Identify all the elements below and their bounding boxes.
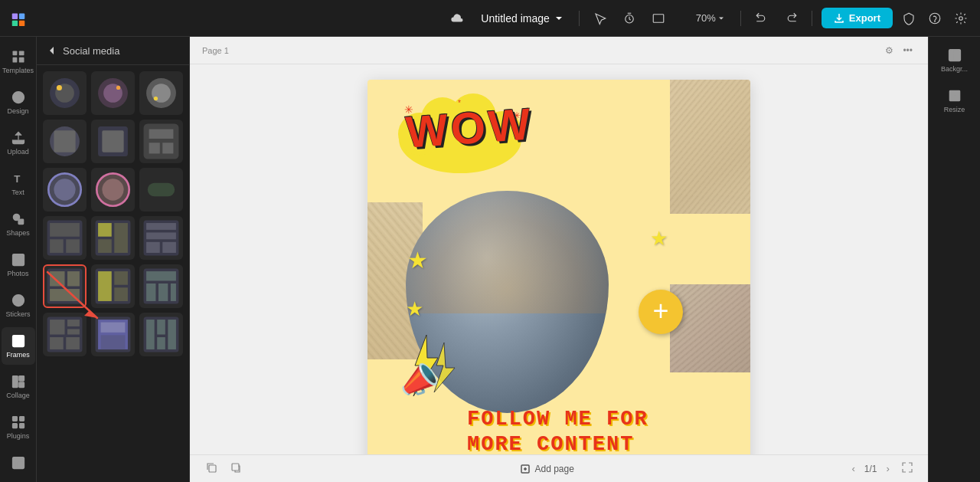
resize-view-btn[interactable] [647, 8, 684, 28]
topbar-center: Untitled image 70% Export [446, 8, 971, 28]
frame-item-3[interactable] [139, 71, 183, 115]
separator-1 [579, 11, 580, 26]
svg-rect-2 [12, 20, 18, 25]
svg-rect-68 [146, 232, 176, 239]
zoom-control[interactable]: 70% [690, 9, 731, 27]
svg-rect-111 [232, 464, 239, 471]
prev-page-btn[interactable]: ‹ [848, 461, 858, 476]
svg-rect-93 [101, 335, 126, 349]
separator-3 [812, 11, 812, 26]
canvas-page: ✳ ✳ * WOW ★ [368, 80, 750, 454]
svg-rect-82 [158, 284, 168, 301]
svg-rect-63 [98, 223, 112, 237]
frame-item-4[interactable] [43, 120, 87, 163]
wow-text: WOW [404, 101, 534, 154]
svg-rect-34 [19, 424, 24, 428]
frame-item-9[interactable] [139, 168, 183, 211]
svg-rect-95 [146, 320, 155, 349]
bottom-copy-btn[interactable] [202, 458, 220, 479]
timer-btn[interactable] [618, 8, 641, 28]
canvas-settings-btn[interactable]: ⚙ [882, 42, 897, 59]
logo-icon[interactable] [9, 9, 28, 28]
svg-rect-67 [146, 223, 176, 230]
cloud-save-btn[interactable] [446, 8, 469, 28]
frame-item-15[interactable] [139, 264, 183, 308]
svg-rect-81 [146, 284, 155, 301]
svg-rect-29 [18, 376, 24, 382]
panel-back-label: Social media [63, 45, 119, 57]
plus-button[interactable]: + [639, 290, 683, 334]
canvas-area: Page 1 ⚙ ••• [190, 37, 928, 482]
svg-rect-88 [50, 337, 64, 349]
frame-item-12[interactable] [139, 216, 183, 260]
sidebar-item-templates-label: Templates [2, 67, 34, 74]
frame-item-5[interactable] [91, 120, 135, 163]
sidebar-item-collage[interactable]: Collage [2, 368, 35, 405]
frame-item-14[interactable] [91, 264, 135, 308]
sidebar-item-plugins-label: Plugins [7, 432, 30, 440]
frame-item-13[interactable] [43, 264, 87, 308]
panel-back-btn[interactable]: Social media [46, 44, 119, 57]
svg-rect-78 [114, 287, 128, 301]
settings-btn[interactable] [951, 8, 971, 28]
sidebar-item-design[interactable]: Design [2, 84, 35, 121]
fullscreen-btn[interactable] [899, 459, 916, 478]
redo-btn[interactable] [779, 8, 802, 28]
right-panel-background[interactable]: Backgr... [932, 43, 978, 77]
svg-rect-52 [162, 143, 173, 153]
frame-item-11[interactable] [91, 216, 135, 260]
frame-item-16[interactable] [43, 313, 87, 356]
bottom-paste-btn[interactable] [227, 458, 245, 479]
cursor-tool-btn[interactable] [589, 8, 612, 28]
svg-rect-23 [12, 336, 24, 347]
svg-rect-83 [171, 284, 176, 301]
svg-rect-31 [12, 417, 17, 421]
follow-text: FOLLOW me for more content [467, 407, 744, 454]
bottom-center: Add page [514, 461, 580, 477]
file-name-btn[interactable]: Untitled image [475, 9, 570, 28]
canvas-scroll[interactable]: ✳ ✳ * WOW ★ [190, 64, 928, 454]
sidebar-item-photos[interactable]: Photos [2, 246, 35, 284]
svg-rect-26 [15, 342, 17, 344]
add-page-btn[interactable]: Add page [514, 461, 580, 477]
photo-bottom-right [670, 284, 750, 372]
next-page-btn[interactable]: › [884, 461, 893, 476]
svg-rect-115 [949, 50, 960, 61]
plus-icon: + [652, 297, 668, 325]
svg-rect-69 [146, 242, 160, 253]
sidebar-item-plugins[interactable]: Plugins [2, 408, 35, 446]
svg-rect-32 [19, 417, 24, 421]
wow-bubble: ✳ ✳ * WOW [389, 92, 531, 183]
right-panel-resize[interactable]: Resize [932, 84, 978, 118]
frame-item-8[interactable] [91, 168, 135, 211]
sidebar-item-frames[interactable]: Frames [2, 327, 35, 365]
sidebar-item-text[interactable]: T Text [2, 165, 35, 202]
sidebar-bottom-btn[interactable] [2, 449, 35, 477]
export-btn[interactable]: Export [822, 8, 893, 28]
frame-item-1[interactable] [43, 71, 87, 115]
frame-item-17[interactable] [91, 313, 135, 356]
frame-item-6[interactable] [139, 120, 183, 163]
canvas-inner: ✳ ✳ * WOW ★ [368, 80, 750, 454]
svg-rect-12 [18, 57, 24, 63]
right-panel-background-label: Backgr... [941, 65, 968, 73]
frame-item-18[interactable] [139, 313, 183, 356]
frame-item-7[interactable] [43, 168, 87, 211]
help-btn[interactable] [925, 8, 945, 28]
frame-item-10[interactable] [43, 216, 87, 260]
sidebar-item-shapes[interactable]: Shapes [2, 205, 35, 243]
sidebar-item-templates[interactable]: Templates [2, 43, 35, 80]
sidebar-item-upload[interactable]: Upload [2, 124, 35, 162]
frame-item-2[interactable] [91, 71, 135, 115]
svg-rect-35 [12, 457, 24, 469]
svg-rect-5 [653, 14, 664, 22]
canvas-toolbar: Page 1 ⚙ ••• [190, 37, 928, 64]
shield-btn[interactable] [899, 8, 919, 28]
undo-btn[interactable] [750, 8, 773, 28]
canvas-more-btn[interactable]: ••• [900, 42, 916, 59]
svg-rect-25 [18, 338, 21, 340]
sidebar-item-stickers[interactable]: Stickers [2, 287, 35, 324]
svg-rect-9 [12, 51, 17, 56]
zoom-level: 70% [696, 12, 716, 24]
bottom-right: ‹ 1/1 › [848, 459, 916, 478]
